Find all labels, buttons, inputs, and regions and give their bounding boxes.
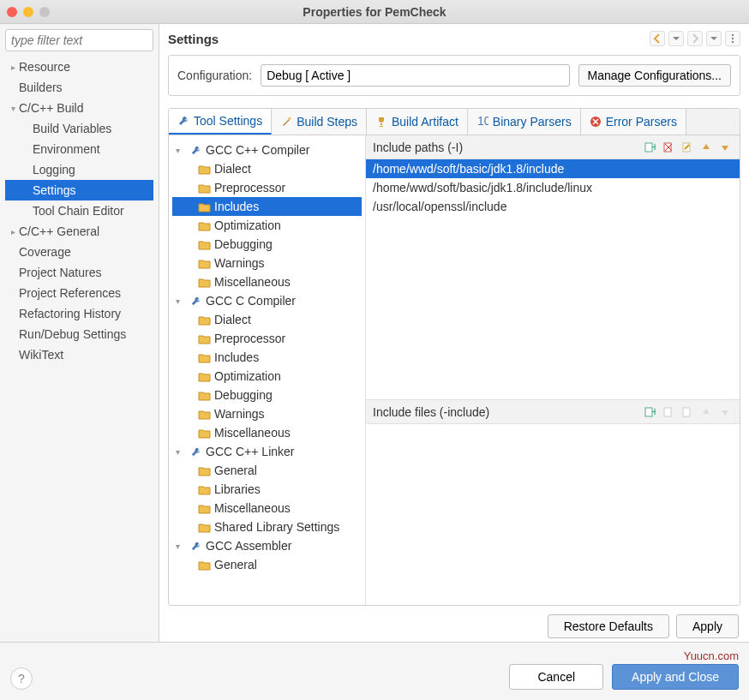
delete-path-icon[interactable] (661, 140, 676, 155)
move-up-icon[interactable] (698, 140, 714, 155)
tool-gcc-assembler[interactable]: ▾GCC Assembler (172, 536, 362, 555)
page-title: Settings (168, 32, 219, 46)
add-path-icon[interactable]: + (642, 140, 657, 155)
content-pane: Settings Configuration: Debug [ Active ]… (159, 24, 749, 642)
tool-option-general[interactable]: General (172, 555, 362, 574)
add-file-icon[interactable]: + (642, 404, 657, 420)
svg-point-3 (289, 117, 291, 120)
watermark: Yuucn.com (684, 649, 739, 662)
sidebar-item-run-debug-settings[interactable]: Run/Debug Settings (5, 324, 153, 344)
tool-option-general[interactable]: General (172, 461, 362, 480)
sidebar-item-resource[interactable]: ▸Resource (5, 57, 153, 77)
sidebar-item-environment[interactable]: Environment (5, 139, 153, 159)
forward-button[interactable] (687, 31, 703, 46)
include-paths-list[interactable]: /home/wwd/soft/basic/jdk1.8/include/home… (366, 159, 740, 399)
tabstrip: Tool SettingsBuild StepsBuild Artifact10… (169, 109, 740, 135)
menu-icon[interactable] (725, 31, 740, 46)
tool-tree: ▾GCC C++ CompilerDialectPreprocessorIncl… (169, 135, 366, 605)
sidebar-item-project-references[interactable]: Project References (5, 283, 153, 303)
tool-option-miscellaneous[interactable]: Miscellaneous (172, 499, 362, 518)
sidebar: ▸ResourceBuilders▾C/C++ BuildBuild Varia… (0, 24, 159, 642)
tool-option-dialect[interactable]: Dialect (172, 159, 362, 178)
sidebar-item-tool-chain-editor[interactable]: Tool Chain Editor (5, 200, 153, 221)
nav-buttons (650, 31, 740, 46)
sidebar-item-c-c-general[interactable]: ▸C/C++ General (5, 221, 153, 242)
delete-file-icon[interactable] (661, 404, 676, 420)
bottom-bar: ? Yuucn.com Cancel Apply and Close (0, 642, 749, 700)
tool-option-warnings[interactable]: Warnings (172, 404, 362, 423)
restore-defaults-button[interactable]: Restore Defaults (548, 614, 669, 638)
sidebar-item-project-natures[interactable]: Project Natures (5, 262, 153, 283)
include-files-list[interactable] (366, 424, 740, 605)
tool-option-includes[interactable]: Includes (172, 197, 362, 216)
edit-path-icon[interactable] (680, 140, 695, 155)
sidebar-item-logging[interactable]: Logging (5, 159, 153, 180)
tool-option-libraries[interactable]: Libraries (172, 480, 362, 499)
help-button[interactable]: ? (10, 667, 33, 690)
sidebar-item-c-c-build[interactable]: ▾C/C++ Build (5, 98, 153, 118)
sidebar-item-settings[interactable]: Settings (5, 180, 153, 200)
svg-text:+: + (651, 141, 656, 153)
sidebar-item-builders[interactable]: Builders (5, 77, 153, 98)
sidebar-item-wikitext[interactable]: WikiText (5, 344, 153, 365)
tab-binary-parsers[interactable]: 101Binary Parsers (468, 109, 581, 135)
tool-option-warnings[interactable]: Warnings (172, 254, 362, 272)
tool-option-dialect[interactable]: Dialect (172, 310, 362, 329)
move-file-down-icon[interactable] (717, 404, 733, 420)
include-paths-title: Include paths (-I) (373, 141, 463, 154)
include-path-row[interactable]: /usr/local/openssl/include (366, 197, 740, 216)
back-button[interactable] (650, 31, 665, 46)
tool-option-debugging[interactable]: Debugging (172, 235, 362, 254)
move-down-icon[interactable] (717, 140, 733, 155)
configuration-select[interactable]: Debug [ Active ] (261, 64, 569, 87)
tool-option-preprocessor[interactable]: Preprocessor (172, 178, 362, 197)
tool-option-debugging[interactable]: Debugging (172, 386, 362, 404)
svg-point-2 (732, 41, 734, 43)
tool-option-preprocessor[interactable]: Preprocessor (172, 329, 362, 348)
tool-option-optimization[interactable]: Optimization (172, 216, 362, 235)
tool-gcc-c-linker[interactable]: ▾GCC C++ Linker (172, 442, 362, 461)
move-file-up-icon[interactable] (698, 404, 714, 420)
tab-tool-settings[interactable]: Tool Settings (169, 109, 272, 135)
back-dropdown[interactable] (668, 31, 684, 46)
tab-build-steps[interactable]: Build Steps (272, 109, 367, 135)
svg-rect-14 (664, 408, 671, 416)
tool-option-optimization[interactable]: Optimization (172, 367, 362, 386)
svg-point-0 (732, 34, 734, 36)
cancel-button[interactable]: Cancel (509, 664, 603, 690)
sidebar-item-build-variables[interactable]: Build Variables (5, 118, 153, 139)
filter-input[interactable] (5, 29, 153, 51)
forward-dropdown[interactable] (706, 31, 722, 46)
tool-option-miscellaneous[interactable]: Miscellaneous (172, 272, 362, 291)
configuration-label: Configuration: (177, 69, 252, 82)
tab-build-artifact[interactable]: Build Artifact (367, 109, 468, 135)
svg-rect-15 (683, 408, 690, 416)
close-window[interactable] (7, 7, 17, 17)
tool-gcc-c-compiler[interactable]: ▾GCC C Compiler (172, 291, 362, 310)
tab-error-parsers[interactable]: Error Parsers (581, 109, 686, 135)
include-path-row[interactable]: /home/wwd/soft/basic/jdk1.8/include/linu… (366, 178, 740, 197)
titlebar: Properties for PemCheck (0, 0, 749, 24)
configuration-box: Configuration: Debug [ Active ] Manage C… (168, 55, 740, 96)
svg-text:+: + (651, 406, 656, 418)
tool-gcc-c-compiler[interactable]: ▾GCC C++ Compiler (172, 141, 362, 159)
sidebar-tree: ▸ResourceBuilders▾C/C++ BuildBuild Varia… (5, 57, 153, 365)
minimize-window[interactable] (23, 7, 33, 17)
tool-option-includes[interactable]: Includes (172, 348, 362, 367)
tool-option-miscellaneous[interactable]: Miscellaneous (172, 423, 362, 442)
window-controls (7, 7, 50, 17)
svg-text:101: 101 (477, 116, 488, 128)
manage-configurations-button[interactable]: Manage Configurations... (578, 64, 731, 87)
apply-and-close-button[interactable]: Apply and Close (612, 664, 739, 690)
include-path-row[interactable]: /home/wwd/soft/basic/jdk1.8/include (366, 159, 740, 178)
tabs-container: Tool SettingsBuild StepsBuild Artifact10… (168, 108, 740, 606)
sidebar-item-refactoring-history[interactable]: Refactoring History (5, 303, 153, 324)
apply-button[interactable]: Apply (676, 614, 739, 638)
maximize-window[interactable] (39, 7, 50, 17)
include-files-title: Include files (-include) (373, 405, 489, 419)
sidebar-item-coverage[interactable]: Coverage (5, 242, 153, 262)
svg-point-1 (732, 38, 734, 39)
edit-file-icon[interactable] (680, 404, 695, 420)
detail-panel: Include paths (-I) + /home/wwd/soft/basi… (366, 135, 740, 605)
tool-option-shared-library-settings[interactable]: Shared Library Settings (172, 518, 362, 536)
